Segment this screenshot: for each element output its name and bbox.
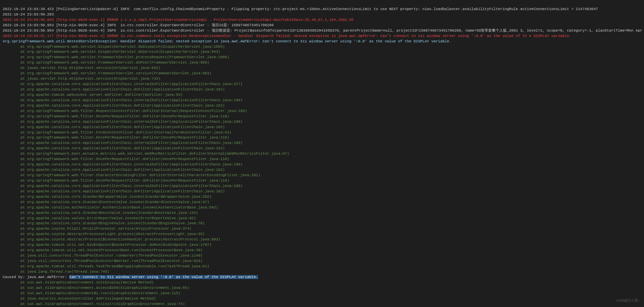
- log-line: at org.apache.catalina.core.ApplicationF…: [3, 98, 641, 103]
- log-line: 2022-10-24 23:03:51.177 [http-nio-9020-e…: [3, 34, 641, 39]
- log-line: at org.springframework.web.servlet.Frame…: [3, 60, 641, 66]
- log-line: at org.springframework.boot.actuate.metr…: [3, 151, 641, 157]
- log-line: at java.lang.Thread.run(Thread.java:748): [3, 269, 641, 275]
- log-line: at org.springframework.web.filter.OncePe…: [3, 114, 641, 119]
- error-highlight: Can't connect to X11 window server using…: [69, 275, 258, 279]
- log-line: at org.apache.catalina.authenticator.Aut…: [3, 205, 641, 210]
- log-line: at org.springframework.web.servlet.Dispa…: [3, 44, 641, 50]
- log-line: at org.apache.coyote.AbstractProtocol$Co…: [3, 237, 641, 242]
- log-container: 2022-10-24 23:03:39.423 [PollingServerLi…: [0, 0, 644, 307]
- log-line: 2022-10-24 23:03:50.933 [http-nio-9020-e…: [3, 17, 641, 23]
- log-line: at org.springframework.web.servlet.Frame…: [3, 55, 641, 60]
- log-line: at org.apache.catalina.core.StandardWrap…: [3, 194, 641, 200]
- log-line: at java.util.concurrent.ThreadPoolExecut…: [3, 253, 641, 259]
- log-line: org.springframework.web.util.NestedServl…: [3, 39, 641, 44]
- log-line: at org.apache.tomcat.util.threads.TaskTh…: [3, 264, 641, 269]
- log-line: at javax.servlet.http.HttpServlet.servic…: [3, 76, 641, 82]
- log-line: at java.util.concurrent.ThreadPoolExecut…: [3, 259, 641, 264]
- log-line: at org.springframework.web.filter.FormCo…: [3, 130, 641, 136]
- log-line: 2022-10-24 23:03:50.203: [3, 12, 641, 17]
- log-line: at org.apache.tomcat.websocket.server.Ws…: [3, 92, 641, 98]
- log-line: at org.apache.catalina.core.StandardEngi…: [3, 221, 641, 226]
- log-line: at org.apache.catalina.core.ApplicationF…: [3, 87, 641, 92]
- log-line: at org.springframework.web.filter.OncePe…: [3, 178, 641, 184]
- log-line: at org.springframework.web.filter.OncePe…: [3, 157, 641, 162]
- log-line: at org.apache.tomcat.util.net.NioEndpoin…: [3, 242, 641, 248]
- log-line: at org.springframework.web.filter.Charac…: [3, 173, 641, 178]
- log-line: 2022-10-24 23:03:39.423 [PollingServerLi…: [3, 7, 641, 12]
- log-line: at org.apache.catalina.core.ApplicationF…: [3, 184, 641, 189]
- log-line: at sun.awt.X11GraphicsEnvironment.initDi…: [3, 280, 641, 285]
- log-line: at org.apache.catalina.core.ApplicationF…: [3, 146, 641, 151]
- log-line: at org.apache.catalina.core.ApplicationF…: [3, 189, 641, 194]
- log-line: at org.apache.catalina.core.ApplicationF…: [3, 82, 641, 87]
- log-line: at org.apache.catalina.core.ApplicationF…: [3, 167, 641, 173]
- watermark: CSDN@王小新.: [616, 298, 641, 304]
- log-line: at javax.servlet.http.HttpServlet.servic…: [3, 66, 641, 71]
- log-line: at java.security.AccessController.doPriv…: [3, 296, 641, 302]
- log-line: at org.apache.catalina.core.ApplicationF…: [3, 119, 641, 125]
- log-line: at org.apache.coyote.http11.Http11Proces…: [3, 226, 641, 232]
- log-line: at sun.awt.X11GraphicsEnvironment$1.run(…: [3, 291, 641, 296]
- log-line: at org.apache.tomcat.util.net.SocketProc…: [3, 248, 641, 253]
- log-line: Caused by: java.awt.AWTError: Can't conn…: [3, 275, 641, 280]
- log-line: at org.apache.catalina.core.StandardCont…: [3, 200, 641, 205]
- log-line: 2022-10-24 23:03:50.953 [http-nio-9020-e…: [3, 23, 641, 28]
- log-line: at org.apache.catalina.core.ApplicationF…: [3, 125, 641, 130]
- log-line: at org.springframework.web.servlet.Frame…: [3, 71, 641, 76]
- log-line: at org.apache.catalina.core.ApplicationF…: [3, 162, 641, 167]
- log-line: at sun.awt.X11GraphicsEnvironment.<clini…: [3, 302, 641, 307]
- log-line: 2022-10-24 23:03:50.954 [http-nio-9020-e…: [3, 28, 641, 34]
- log-line: at org.apache.coyote.AbstractProcessorLi…: [3, 232, 641, 237]
- log-line: at org.springframework.web.filter.Reques…: [3, 109, 641, 114]
- log-line: at org.apache.catalina.core.ApplicationF…: [3, 141, 641, 146]
- log-line: at org.apache.catalina.valves.ErrorRepor…: [3, 216, 641, 221]
- log-line: at org.springframework.web.servlet.Dispa…: [3, 49, 641, 55]
- log-line: at org.springframework.web.filter.OncePe…: [3, 135, 641, 141]
- log-line: at org.apache.catalina.core.StandardHost…: [3, 210, 641, 216]
- log-line: at org.apache.catalina.core.ApplicationF…: [3, 103, 641, 109]
- log-line: at sun.awt.X11GraphicsEnvironment.access…: [3, 285, 641, 291]
